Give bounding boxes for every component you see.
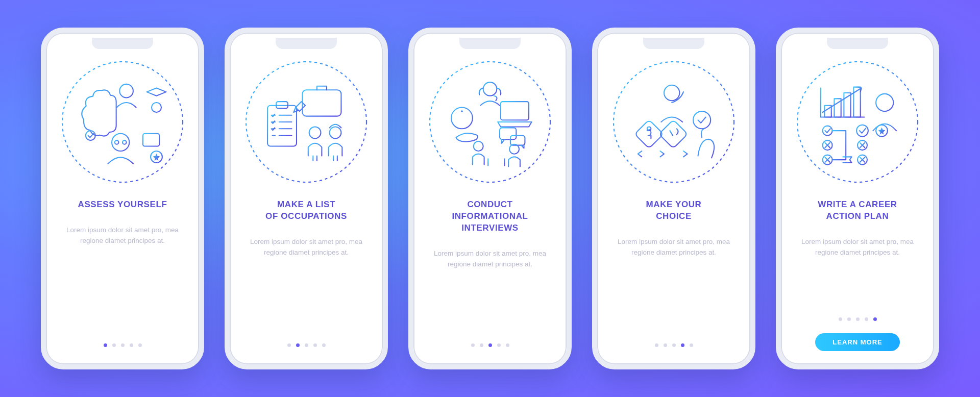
screen-title: MAKE A LISTOF OCCUPATIONS — [265, 199, 347, 222]
list-occupations-icon — [242, 58, 370, 186]
pager-dot[interactable] — [672, 343, 676, 347]
pager-dot[interactable] — [506, 343, 509, 347]
svg-point-9 — [246, 62, 366, 182]
pager-dot[interactable] — [847, 317, 851, 321]
pager-dot[interactable] — [296, 343, 300, 347]
svg-point-30 — [797, 62, 918, 182]
pager-dot[interactable] — [690, 343, 693, 347]
pager-dots[interactable] — [104, 343, 142, 347]
pager-dot[interactable] — [488, 343, 492, 347]
pager-dot[interactable] — [322, 343, 326, 347]
pager-dot[interactable] — [287, 343, 291, 347]
pager-dots[interactable] — [287, 343, 326, 347]
onboarding-phone: CONDUCTINFORMATIONALINTERVIEWSLorem ipsu… — [408, 28, 572, 369]
screen-description: Lorem ipsum dolor sit amet pro, mea regi… — [64, 225, 181, 246]
pager-dot[interactable] — [497, 343, 501, 347]
screen-description: Lorem ipsum dolor sit amet pro, mea regi… — [248, 237, 365, 258]
pager-dots[interactable] — [839, 317, 877, 321]
pager-dot[interactable] — [873, 317, 877, 321]
make-choice-icon — [610, 58, 738, 186]
learn-more-button[interactable]: LEARN MORE — [815, 333, 899, 351]
screen-title: MAKE YOURCHOICE — [646, 199, 702, 222]
informational-interviews-icon — [426, 58, 554, 186]
onboarding-phone: WRITE A CAREERACTION PLANLorem ipsum dol… — [776, 28, 939, 369]
pager-dot[interactable] — [865, 317, 868, 321]
svg-point-24 — [614, 62, 734, 182]
pager-dot[interactable] — [839, 317, 842, 321]
screen-description: Lorem ipsum dolor sit amet pro, mea regi… — [615, 237, 732, 258]
pager-dot[interactable] — [471, 343, 475, 347]
pager-dot[interactable] — [112, 343, 116, 347]
phone-row: ASSESS YOURSELFLorem ipsum dolor sit ame… — [41, 28, 939, 369]
pager-dot[interactable] — [681, 343, 684, 347]
assess-yourself-icon — [59, 58, 186, 186]
svg-point-15 — [430, 62, 550, 182]
pager-dot[interactable] — [305, 343, 308, 347]
pager-dot[interactable] — [104, 343, 107, 347]
pager-dot[interactable] — [121, 343, 125, 347]
screen-title: CONDUCTINFORMATIONALINTERVIEWS — [452, 199, 528, 234]
pager-dots[interactable] — [655, 343, 693, 347]
onboarding-phone: MAKE YOURCHOICELorem ipsum dolor sit ame… — [592, 28, 755, 369]
screen-title: WRITE A CAREERACTION PLAN — [818, 199, 897, 222]
pager-dot[interactable] — [856, 317, 860, 321]
screen-description: Lorem ipsum dolor sit amet pro, mea regi… — [799, 237, 916, 258]
pager-dot[interactable] — [655, 343, 658, 347]
onboarding-phone: ASSESS YOURSELFLorem ipsum dolor sit ame… — [41, 28, 204, 369]
pager-dot[interactable] — [130, 343, 133, 347]
pager-dot[interactable] — [313, 343, 317, 347]
career-action-plan-icon — [794, 58, 921, 186]
pager-dot[interactable] — [480, 343, 483, 347]
svg-point-0 — [62, 62, 183, 182]
screen-title: ASSESS YOURSELF — [78, 199, 167, 211]
pager-dots[interactable] — [471, 343, 509, 347]
onboarding-phone: MAKE A LISTOF OCCUPATIONSLorem ipsum dol… — [225, 28, 388, 369]
pager-dot[interactable] — [664, 343, 667, 347]
pager-dot[interactable] — [138, 343, 142, 347]
screen-description: Lorem ipsum dolor sit amet pro, mea regi… — [431, 249, 549, 270]
